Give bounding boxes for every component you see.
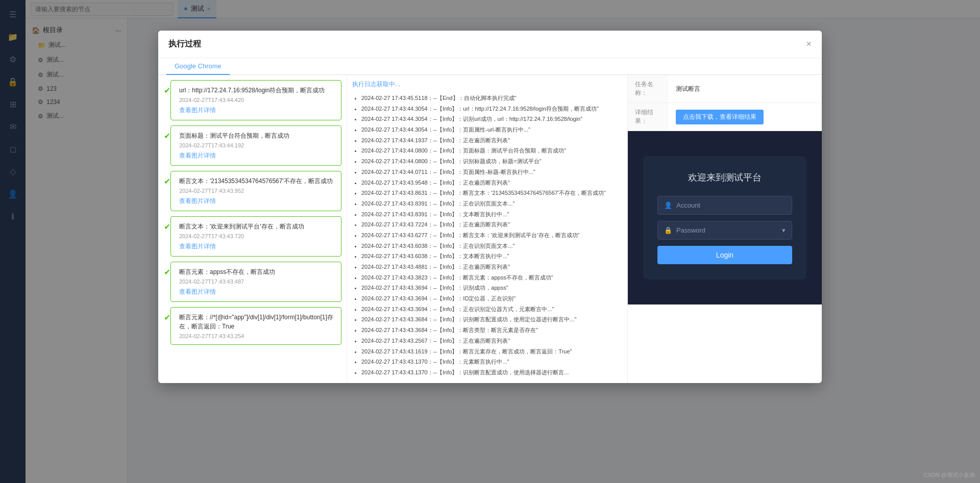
check-icon-5: ✔ xyxy=(164,313,170,322)
modal-body: ✔ url：http://172.24.7.16:9528/login符合预期，… xyxy=(158,75,822,383)
assertion-card-1: ✔ 页面标题：测试平台符合预期，断言成功 2024-02-27T17:43:44… xyxy=(170,125,341,166)
assertion-link-2[interactable]: 查看图片详情 xyxy=(179,197,335,206)
modal-title: 执行过程 xyxy=(168,39,201,49)
log-item: 2024-02-27 17:43:45.5118：--【End】：自动化脚本执行… xyxy=(361,93,622,104)
password-icon: 🔒 xyxy=(664,226,672,234)
log-item: 2024-02-27 17:43:44.3054：--【Info】：页面属性-u… xyxy=(361,124,622,135)
check-icon-3: ✔ xyxy=(164,222,170,232)
log-item: 2024-02-27 17:43:43.7224：--【Info】：正在遍历断言… xyxy=(361,219,622,230)
assertion-link-3[interactable]: 查看图片详情 xyxy=(179,242,335,251)
assertion-card-4: ✔ 断言元素：appss不存在，断言成功 2024-02-27T17:43:43… xyxy=(170,262,341,302)
assertion-link-1[interactable]: 查看图片详情 xyxy=(179,151,335,160)
check-icon-2: ✔ xyxy=(164,176,170,186)
account-placeholder: Account xyxy=(676,201,786,209)
log-item: 2024-02-27 17:43:43.6038：--【Info】：文本断言执行… xyxy=(361,251,622,262)
modal-tabs: Google Chrome xyxy=(158,58,822,75)
screenshot-preview: 欢迎来到测试平台 👤 Account 🔒 Password ▾ Login xyxy=(628,131,822,304)
log-item: 2024-02-27 17:43:43.6038：--【Info】：正在识别页面… xyxy=(361,241,622,251)
task-column: 任务名称： 测试断言 详细结果： 点击我下载，查看详细结果 欢迎来到测试平台 xyxy=(628,75,822,383)
log-item: 2024-02-27 17:43:44.3054：--【Info】：url：ht… xyxy=(361,104,622,114)
login-account-field: 👤 Account xyxy=(657,196,792,215)
login-password-field: 🔒 Password ▾ xyxy=(657,221,792,240)
check-icon-1: ✔ xyxy=(164,131,170,141)
assertion-time-0: 2024-02-27T17:43:44.420 xyxy=(179,97,335,103)
task-name-label: 任务名称： xyxy=(628,75,669,103)
assertion-time-4: 2024-02-27T17:43:43.487 xyxy=(179,278,335,285)
assertion-text-2: 断言文本：'213453534534764576567'不存在，断言成功 xyxy=(179,176,335,186)
account-icon: 👤 xyxy=(664,201,672,209)
log-item: 2024-02-27 17:43:43.2567：--【Info】：正在遍历断言… xyxy=(361,336,622,346)
branding-label: CSDN @测试小老弟 xyxy=(924,471,975,479)
log-item: 2024-02-27 17:43:43.3694：--【Info】：正在识别定位… xyxy=(361,304,622,315)
task-detail-row: 详细结果： 点击我下载，查看详细结果 xyxy=(628,103,822,131)
log-item: 2024-02-27 17:43:44.0800：--【Info】：页面标题：测… xyxy=(361,145,622,156)
assertion-time-3: 2024-02-27T17:43:43.720 xyxy=(179,233,335,239)
task-info-table: 任务名称： 测试断言 详细结果： 点击我下载，查看详细结果 xyxy=(628,75,822,131)
login-title: 欢迎来到测试平台 xyxy=(657,171,792,184)
login-mockup: 欢迎来到测试平台 👤 Account 🔒 Password ▾ Login xyxy=(643,156,806,279)
check-icon-4: ✔ xyxy=(164,267,170,277)
assertion-time-5: 2024-02-27T17:43:43.254 xyxy=(179,333,335,339)
log-item: 2024-02-27 17:43:43.1619：--【Info】：断言元素存在… xyxy=(361,346,622,357)
log-item: 2024-02-27 17:43:43.3823：--【Info】：断言元素：a… xyxy=(361,272,622,283)
assertion-link-4[interactable]: 查看图片详情 xyxy=(179,288,335,296)
assertion-time-1: 2024-02-27T17:43:44.192 xyxy=(179,142,335,148)
log-list: 2024-02-27 17:43:45.5118：--【End】：自动化脚本执行… xyxy=(352,93,622,378)
password-placeholder: Password xyxy=(676,226,782,234)
assertions-column: ✔ url：http://172.24.7.16:9528/login符合预期，… xyxy=(158,75,347,383)
assertion-link-0[interactable]: 查看图片详情 xyxy=(179,106,335,115)
tab-google-chrome[interactable]: Google Chrome xyxy=(166,58,230,75)
log-item: 2024-02-27 17:43:44.0800：--【Info】：识别标题成功… xyxy=(361,156,622,167)
login-button[interactable]: Login xyxy=(657,246,792,264)
assertion-text-3: 断言文本：'欢迎来到测试平台'存在，断言成功 xyxy=(179,222,335,231)
log-item: 2024-02-27 17:43:43.3694：--【Info】：识别成功，a… xyxy=(361,283,622,293)
log-item: 2024-02-27 17:43:44.0711：--【Info】：页面属性-标… xyxy=(361,167,622,177)
assertion-card-3: ✔ 断言文本：'欢迎来到测试平台'存在，断言成功 2024-02-27T17:4… xyxy=(170,216,341,257)
log-item: 2024-02-27 17:43:43.3694：--【Info】：ID定位器，… xyxy=(361,293,622,304)
assertion-card-5: ✔ 断言元素：//*[@id="app"]/div[1]/div[1]/form… xyxy=(170,307,341,345)
log-item: 2024-02-27 17:43:43.3684：--【Info】：断言类型：断… xyxy=(361,325,622,336)
log-item: 2024-02-27 17:43:43.8391：--【Info】：正在识别页面… xyxy=(361,198,622,209)
log-fetching-label: 执行日志获取中... xyxy=(352,80,622,89)
assertion-text-5: 断言元素：//*[@id="app"]/div[1]/div[1]/form[1… xyxy=(179,313,335,331)
modal-overlay[interactable]: 执行过程 × Google Chrome ✔ url：http://172.24… xyxy=(0,0,980,483)
assertion-text-4: 断言元素：appss不存在，断言成功 xyxy=(179,267,335,276)
log-item: 2024-02-27 17:43:43.8391：--【Info】：文本断言执行… xyxy=(361,209,622,220)
chevron-down-icon: ▾ xyxy=(782,226,786,234)
assertion-card-0: ✔ url：http://172.24.7.16:9528/login符合预期，… xyxy=(170,80,341,120)
log-item: 2024-02-27 17:43:43.8631：--【Info】：断言文本：'… xyxy=(361,188,622,198)
detail-label: 详细结果： xyxy=(628,103,669,131)
detail-value: 点击我下载，查看详细结果 xyxy=(669,103,822,131)
assertion-text-0: url：http://172.24.7.16:9528/login符合预期，断言… xyxy=(179,86,335,95)
log-item: 2024-02-27 17:43:43.1370：--【Info】：识别断言配置… xyxy=(361,367,622,378)
log-item: 2024-02-27 17:43:44.1937：--【Info】：正在遍历断言… xyxy=(361,135,622,146)
logs-column: 执行日志获取中... 2024-02-27 17:43:45.5118：--【E… xyxy=(347,75,628,383)
task-name-row: 任务名称： 测试断言 xyxy=(628,75,822,103)
log-item: 2024-02-27 17:43:43.4881：--【Info】：正在遍历断言… xyxy=(361,262,622,272)
log-item: 2024-02-27 17:43:44.3054：--【Info】：识别url成… xyxy=(361,114,622,124)
assertion-time-2: 2024-02-27T17:43:43.952 xyxy=(179,188,335,194)
log-item: 2024-02-27 17:43:43.3684：--【Info】：识别断言配置… xyxy=(361,314,622,325)
modal-header: 执行过程 × xyxy=(158,31,822,58)
check-icon-0: ✔ xyxy=(164,86,170,95)
log-item: 2024-02-27 17:43:43.1370：--【Info】：元素断言执行… xyxy=(361,357,622,367)
log-item: 2024-02-27 17:43:43.6277：--【Info】：断言文本：'… xyxy=(361,230,622,241)
assertion-text-1: 页面标题：测试平台符合预期，断言成功 xyxy=(179,131,335,140)
execution-modal: 执行过程 × Google Chrome ✔ url：http://172.24… xyxy=(158,31,822,383)
modal-close-button[interactable]: × xyxy=(806,39,812,49)
task-name-value: 测试断言 xyxy=(669,75,822,103)
assertion-card-2: ✔ 断言文本：'213453534534764576567'不存在，断言成功 2… xyxy=(170,171,341,211)
download-button[interactable]: 点击我下载，查看详细结果 xyxy=(676,110,764,124)
log-item: 2024-02-27 17:43:43.9548：--【Info】：正在遍历断言… xyxy=(361,177,622,188)
